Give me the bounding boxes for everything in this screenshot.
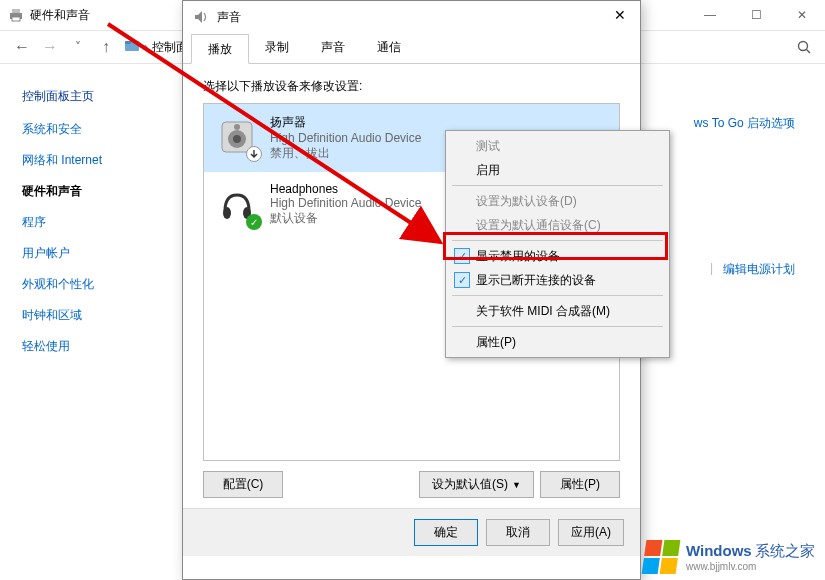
sidebar-item-system-security[interactable]: 系统和安全 bbox=[22, 121, 170, 138]
sidebar-item-hardware-sound[interactable]: 硬件和声音 bbox=[22, 183, 170, 200]
maximize-button[interactable]: ☐ bbox=[733, 0, 779, 30]
svg-point-11 bbox=[234, 124, 240, 130]
cancel-button[interactable]: 取消 bbox=[486, 519, 550, 546]
ctx-show-disconnected[interactable]: ✓ 显示已断开连接的设备 bbox=[448, 268, 667, 292]
svg-line-6 bbox=[807, 50, 811, 54]
svg-rect-4 bbox=[125, 41, 131, 44]
tab-strip: 播放 录制 声音 通信 bbox=[183, 33, 640, 64]
ctx-set-default[interactable]: 设置为默认设备(D) bbox=[448, 189, 667, 213]
down-arrow-badge-icon bbox=[246, 146, 262, 162]
svg-point-10 bbox=[233, 135, 241, 143]
ctx-test[interactable]: 测试 bbox=[448, 134, 667, 158]
svg-point-5 bbox=[799, 42, 808, 51]
sidebar-title[interactable]: 控制面板主页 bbox=[22, 88, 170, 105]
printer-icon bbox=[8, 7, 24, 23]
ctx-show-disabled[interactable]: ✓ 显示禁用的设备 bbox=[448, 244, 667, 268]
check-badge-icon: ✓ bbox=[246, 214, 262, 230]
device-status: 禁用、拔出 bbox=[270, 145, 421, 162]
watermark-text: Windows 系统之家 www.bjjmlv.com bbox=[686, 542, 815, 572]
device-subtitle: High Definition Audio Device bbox=[270, 131, 421, 145]
speaker-device-icon bbox=[214, 114, 260, 160]
tab-communications[interactable]: 通信 bbox=[361, 33, 417, 63]
right-links: ws To Go 启动选项 bbox=[694, 115, 795, 138]
link-togo[interactable]: ws To Go 启动选项 bbox=[694, 115, 795, 132]
apply-button[interactable]: 应用(A) bbox=[558, 519, 624, 546]
back-button[interactable]: ← bbox=[8, 33, 36, 61]
close-button[interactable]: ✕ bbox=[779, 0, 825, 30]
dialog-titlebar: 声音 ✕ bbox=[183, 1, 640, 33]
sidebar-item-programs[interactable]: 程序 bbox=[22, 214, 170, 231]
device-status: 默认设备 bbox=[270, 210, 421, 227]
logo-main: Windows bbox=[686, 542, 752, 559]
device-text: 扬声器 High Definition Audio Device 禁用、拔出 bbox=[270, 114, 421, 162]
device-text: Headphones High Definition Audio Device … bbox=[270, 182, 421, 228]
watermark-logo: Windows 系统之家 www.bjjmlv.com bbox=[644, 540, 815, 574]
speaker-icon bbox=[193, 9, 209, 25]
svg-rect-1 bbox=[12, 9, 20, 13]
forward-button[interactable]: → bbox=[36, 33, 64, 61]
up-button[interactable]: ↑ bbox=[92, 33, 120, 61]
sidebar-item-appearance[interactable]: 外观和个性化 bbox=[22, 276, 170, 293]
ctx-label: 显示禁用的设备 bbox=[476, 248, 560, 265]
tab-playback[interactable]: 播放 bbox=[191, 34, 249, 64]
check-icon: ✓ bbox=[454, 272, 470, 288]
device-name: Headphones bbox=[270, 182, 421, 196]
separator-pipe: | bbox=[710, 261, 713, 275]
ctx-properties[interactable]: 属性(P) bbox=[448, 330, 667, 354]
sidebar-item-clock-region[interactable]: 时钟和区域 bbox=[22, 307, 170, 324]
svg-marker-7 bbox=[195, 11, 202, 23]
window-title: 硬件和声音 bbox=[30, 7, 90, 24]
properties-button[interactable]: 属性(P) bbox=[540, 471, 620, 498]
headphones-device-icon: ✓ bbox=[214, 182, 260, 228]
logo-sub2: www.bjjmlv.com bbox=[686, 561, 815, 572]
minimize-button[interactable]: — bbox=[687, 0, 733, 30]
ctx-separator bbox=[452, 240, 663, 241]
ctx-label: 显示已断开连接的设备 bbox=[476, 272, 596, 289]
sidebar-item-user-accounts[interactable]: 用户帐户 bbox=[22, 245, 170, 262]
sidebar-item-ease-access[interactable]: 轻松使用 bbox=[22, 338, 170, 355]
ctx-midi[interactable]: 关于软件 MIDI 合成器(M) bbox=[448, 299, 667, 323]
breadcrumb-sep: › bbox=[144, 40, 148, 54]
search-icon[interactable] bbox=[797, 40, 811, 57]
tab-recording[interactable]: 录制 bbox=[249, 33, 305, 63]
ctx-separator bbox=[452, 295, 663, 296]
ctx-separator bbox=[452, 326, 663, 327]
instruction-text: 选择以下播放设备来修改设置: bbox=[183, 64, 640, 103]
configure-button[interactable]: 配置(C) bbox=[203, 471, 283, 498]
ctx-enable[interactable]: 启用 bbox=[448, 158, 667, 182]
set-default-label: 设为默认值(S) bbox=[432, 477, 508, 491]
svg-point-12 bbox=[223, 207, 231, 219]
sidebar: 控制面板主页 系统和安全 网络和 Internet 硬件和声音 程序 用户帐户 … bbox=[0, 64, 170, 580]
device-subtitle: High Definition Audio Device bbox=[270, 196, 421, 210]
ok-button[interactable]: 确定 bbox=[414, 519, 478, 546]
svg-rect-2 bbox=[12, 17, 20, 21]
folder-icon bbox=[124, 38, 140, 57]
set-default-button[interactable]: 设为默认值(S)▼ bbox=[419, 471, 534, 498]
windows-icon bbox=[642, 540, 681, 574]
logo-sub1: 系统之家 bbox=[755, 542, 815, 559]
device-name: 扬声器 bbox=[270, 114, 421, 131]
sidebar-item-network[interactable]: 网络和 Internet bbox=[22, 152, 170, 169]
link-edit-power-plan[interactable]: 编辑电源计划 bbox=[723, 261, 795, 278]
dialog-bottom-bar: 确定 取消 应用(A) bbox=[183, 508, 640, 556]
check-icon: ✓ bbox=[454, 248, 470, 264]
dialog-close-button[interactable]: ✕ bbox=[608, 7, 632, 23]
dialog-title: 声音 bbox=[217, 9, 241, 26]
ctx-separator bbox=[452, 185, 663, 186]
window-controls: — ☐ ✕ bbox=[687, 0, 825, 30]
context-menu: 测试 启用 设置为默认设备(D) 设置为默认通信设备(C) ✓ 显示禁用的设备 … bbox=[445, 130, 670, 358]
dialog-button-row: 配置(C) 设为默认值(S)▼ 属性(P) bbox=[183, 461, 640, 508]
ctx-set-default-comm[interactable]: 设置为默认通信设备(C) bbox=[448, 213, 667, 237]
chevron-down-icon: ▼ bbox=[512, 480, 521, 490]
chevron-down-icon[interactable]: ˅ bbox=[64, 33, 92, 61]
tab-sounds[interactable]: 声音 bbox=[305, 33, 361, 63]
